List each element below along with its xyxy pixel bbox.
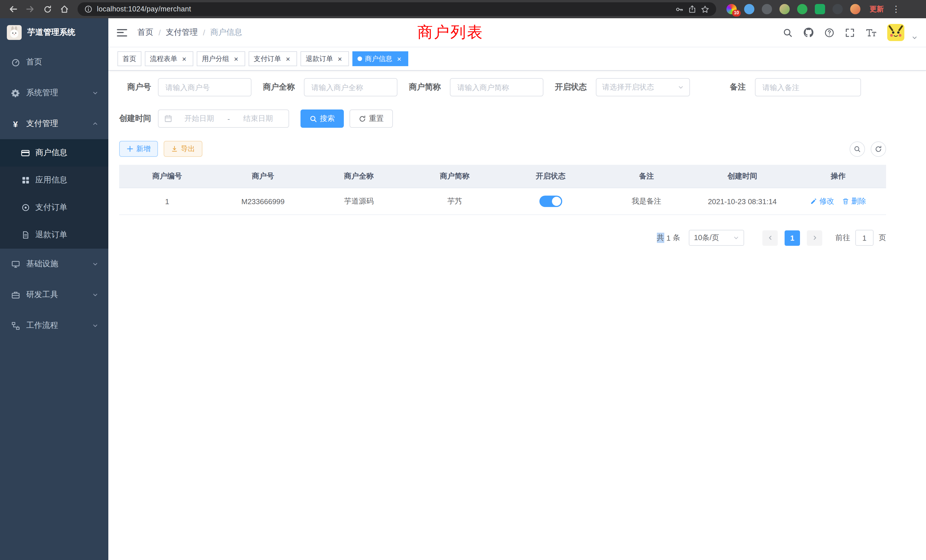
- search-button[interactable]: 搜索: [301, 109, 344, 128]
- sidebar-item-app-info[interactable]: 应用信息: [0, 166, 108, 194]
- end-date-placeholder[interactable]: 结束日期: [233, 114, 283, 124]
- home-icon[interactable]: [57, 2, 72, 17]
- browser-menu-icon[interactable]: ⋮: [892, 4, 900, 14]
- add-button[interactable]: 新增: [119, 141, 158, 157]
- tab-close-icon[interactable]: ×: [180, 55, 188, 63]
- sidebar-item-system[interactable]: 系统管理: [0, 77, 108, 108]
- chevron-down-icon: [92, 292, 98, 298]
- password-key-icon[interactable]: [675, 5, 684, 14]
- reset-button[interactable]: 重置: [350, 109, 393, 128]
- extension-color-wheel-icon[interactable]: 10: [726, 4, 737, 14]
- tab-pay-order[interactable]: 支付订单 ×: [249, 51, 297, 66]
- sidebar-item-payment[interactable]: ¥ 支付管理: [0, 108, 108, 139]
- pagination-total: 共 1 条: [657, 233, 680, 243]
- github-icon[interactable]: [803, 27, 814, 38]
- goto-page-input[interactable]: [855, 230, 873, 246]
- grid-icon: [21, 176, 30, 184]
- tab-label: 流程表单: [150, 54, 177, 64]
- page-content: 商户号 商户全称 商户简称 开启状态 请选择开启状态: [108, 71, 886, 246]
- sidebar-item-merchant-info[interactable]: 商户信息: [0, 139, 108, 166]
- breadcrumb: 首页 / 支付管理 / 商户信息: [138, 27, 242, 38]
- extension-avatar-icon[interactable]: [779, 4, 790, 14]
- sidebar-item-devtools[interactable]: 研发工具: [0, 279, 108, 310]
- export-button[interactable]: 导出: [163, 141, 203, 157]
- url-text[interactable]: localhost:1024/pay/merchant: [97, 5, 191, 13]
- breadcrumb-current: 商户信息: [210, 27, 242, 38]
- date-range-picker[interactable]: 开始日期 - 结束日期: [158, 109, 289, 128]
- pagination: 共 1 条 10条/页 1: [119, 230, 886, 246]
- prev-page-button[interactable]: [763, 230, 778, 245]
- sidebar-item-workflow[interactable]: 工作流程: [0, 310, 108, 341]
- tab-close-icon[interactable]: ×: [395, 55, 403, 63]
- merchant-no-input[interactable]: [158, 78, 251, 96]
- tab-close-icon[interactable]: ×: [284, 55, 292, 63]
- page-size-select[interactable]: 10条/页: [689, 230, 744, 246]
- merchant-name-input[interactable]: [304, 78, 398, 96]
- browser-update-button[interactable]: 更新: [870, 4, 884, 14]
- sidebar-item-pay-order[interactable]: 支付订单: [0, 194, 108, 221]
- share-icon[interactable]: [688, 5, 696, 13]
- extension-green-circle-icon[interactable]: [797, 4, 807, 14]
- extension-dark-icon[interactable]: [762, 4, 772, 14]
- search-form-row-1: 商户号 商户全称 商户简称 开启状态 请选择开启状态: [119, 78, 886, 96]
- cell-actions: 修改 删除: [790, 196, 886, 206]
- next-page-button[interactable]: [807, 230, 822, 245]
- back-icon[interactable]: [6, 2, 21, 17]
- remark-input[interactable]: [755, 78, 861, 96]
- refresh-table-button[interactable]: [871, 141, 886, 157]
- pay-order-icon: [21, 204, 30, 212]
- page-annotation: 商户列表: [418, 22, 484, 42]
- font-size-icon[interactable]: [865, 28, 876, 37]
- app-logo[interactable]: 芋道管理系统: [0, 18, 108, 47]
- cell-merchant-id: 1: [119, 197, 215, 206]
- delete-link[interactable]: 删除: [842, 196, 866, 206]
- help-icon[interactable]: [825, 28, 834, 37]
- search-form-row-2: 创建时间 开始日期 - 结束日期 搜索: [119, 109, 886, 128]
- pagination-total-count: 1: [667, 233, 670, 242]
- workflow-icon: [10, 321, 21, 330]
- tab-label: 商户信息: [365, 54, 392, 64]
- status-select[interactable]: 请选择开启状态: [596, 78, 690, 96]
- merchant-no-label: 商户号: [119, 82, 151, 92]
- merchant-name-label: 商户全称: [263, 82, 295, 92]
- sidebar-item-label: 研发工具: [26, 290, 58, 300]
- sidebar-item-infra[interactable]: 基础设施: [0, 249, 108, 279]
- pagination-total-suffix: 条: [673, 233, 680, 243]
- bookmark-star-icon[interactable]: [701, 5, 709, 14]
- logo-rabbit-image: [7, 25, 22, 40]
- toggle-search-button[interactable]: [850, 141, 865, 157]
- column-header: 商户编号: [119, 171, 215, 182]
- merchant-short-input[interactable]: [450, 78, 543, 96]
- extension-orange-avatar-icon[interactable]: [850, 4, 861, 14]
- status-label: 开启状态: [555, 82, 587, 92]
- status-toggle[interactable]: [539, 195, 562, 207]
- hamburger-icon[interactable]: [117, 29, 127, 36]
- tab-refund-order[interactable]: 退款订单 ×: [301, 51, 349, 66]
- edit-link[interactable]: 修改: [810, 196, 834, 206]
- extension-blue-icon[interactable]: [744, 4, 754, 14]
- tab-merchant-info[interactable]: 商户信息 ×: [353, 51, 408, 66]
- sidebar-item-refund-order[interactable]: 退款订单: [0, 221, 108, 249]
- tab-close-icon[interactable]: ×: [232, 55, 240, 63]
- forward-icon[interactable]: [23, 2, 38, 17]
- tab-close-icon[interactable]: ×: [336, 55, 344, 63]
- sidebar-item-home[interactable]: 首页: [0, 47, 108, 77]
- start-date-placeholder[interactable]: 开始日期: [174, 114, 224, 124]
- tab-process-form[interactable]: 流程表单 ×: [145, 51, 193, 66]
- breadcrumb-home[interactable]: 首页: [138, 27, 153, 38]
- site-info-icon[interactable]: [85, 5, 92, 13]
- reload-icon[interactable]: [40, 2, 55, 17]
- tab-user-group[interactable]: 用户分组 ×: [197, 51, 245, 66]
- breadcrumb-payment[interactable]: 支付管理: [166, 27, 198, 38]
- page-number-button[interactable]: 1: [785, 230, 800, 245]
- address-bar[interactable]: localhost:1024/pay/merchant: [77, 2, 716, 16]
- search-icon[interactable]: [783, 28, 793, 37]
- extension-puzzle-icon[interactable]: [832, 4, 843, 14]
- bankcard-icon: [21, 148, 30, 157]
- extension-green-square-icon[interactable]: [815, 4, 825, 14]
- user-avatar[interactable]: [887, 24, 904, 41]
- avatar-caret-icon[interactable]: [912, 35, 917, 41]
- tab-home[interactable]: 首页: [118, 51, 141, 66]
- fullscreen-icon[interactable]: [845, 28, 855, 37]
- edit-link-label: 修改: [819, 196, 834, 206]
